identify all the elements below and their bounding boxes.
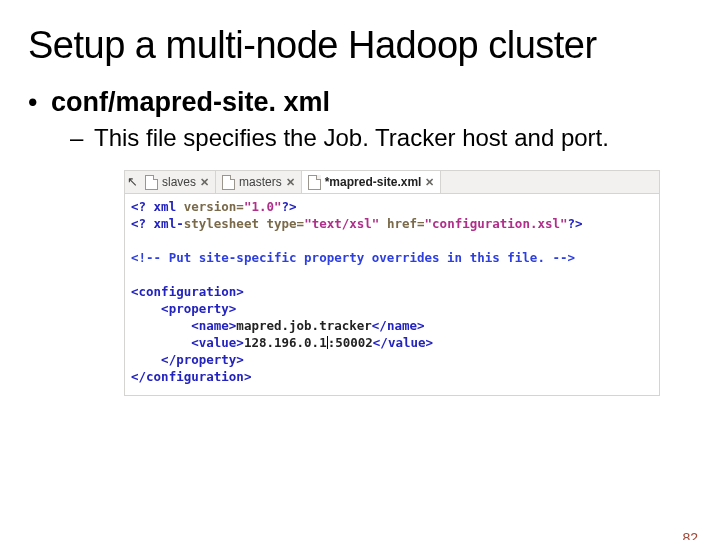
tag-configuration-open: <configuration> <box>131 284 244 299</box>
tag-value-close: </value> <box>373 335 433 350</box>
xml-attr: type= <box>266 216 304 231</box>
file-icon <box>222 175 235 190</box>
text-mapred-job-tracker: mapred.job.tracker <box>236 318 371 333</box>
text-ip: 128.196.0.1 <box>244 335 327 350</box>
slide-title: Setup a multi-node Hadoop cluster <box>28 24 702 67</box>
page-number: 82 <box>682 530 698 540</box>
tag-property-close: </property> <box>131 352 244 367</box>
xml-pi-name: stylesheet <box>184 216 267 231</box>
xml-attr: href= <box>387 216 425 231</box>
xml-pi-close: ?> <box>568 216 583 231</box>
mouse-cursor-icon: ↖ <box>125 175 139 189</box>
code-area[interactable]: <? xml version="1.0"?> <? xml-stylesheet… <box>124 193 660 396</box>
tag-value-open: <value> <box>131 335 244 350</box>
xml-decl-open: <? xml <box>131 199 184 214</box>
bullet-level-2: This file specifies the Job. Tracker hos… <box>92 124 680 152</box>
tab-bar: ↖ slaves ✕ masters ✕ *mapred-site.xml ✕ <box>124 170 660 193</box>
file-icon <box>145 175 158 190</box>
xml-str: "text/xsl" <box>304 216 387 231</box>
code-editor: ↖ slaves ✕ masters ✕ *mapred-site.xml ✕ … <box>124 170 660 396</box>
xml-pi-open: <? xml- <box>131 216 184 231</box>
bullet-level-1: conf/mapred-site. xml <box>50 87 680 118</box>
tab-masters[interactable]: masters ✕ <box>216 171 302 193</box>
xml-decl-close: ?> <box>282 199 297 214</box>
xml-attr: version= <box>184 199 244 214</box>
tag-configuration-close: </configuration> <box>131 369 251 384</box>
tab-label: *mapred-site.xml <box>325 175 422 189</box>
tag-name-close: </name> <box>372 318 425 333</box>
tab-mapred-site[interactable]: *mapred-site.xml ✕ <box>302 171 442 193</box>
close-icon[interactable]: ✕ <box>286 176 295 189</box>
tab-slaves[interactable]: slaves ✕ <box>139 171 216 193</box>
text-port: :50002 <box>328 335 373 350</box>
tab-label: slaves <box>162 175 196 189</box>
xml-str: "1.0" <box>244 199 282 214</box>
close-icon[interactable]: ✕ <box>200 176 209 189</box>
tab-label: masters <box>239 175 282 189</box>
close-icon[interactable]: ✕ <box>425 176 434 189</box>
xml-comment: <!-- Put site-specific property override… <box>131 250 575 265</box>
file-icon <box>308 175 321 190</box>
tag-name-open: <name> <box>131 318 236 333</box>
xml-str: "configuration.xsl" <box>425 216 568 231</box>
tag-property-open: <property> <box>131 301 236 316</box>
